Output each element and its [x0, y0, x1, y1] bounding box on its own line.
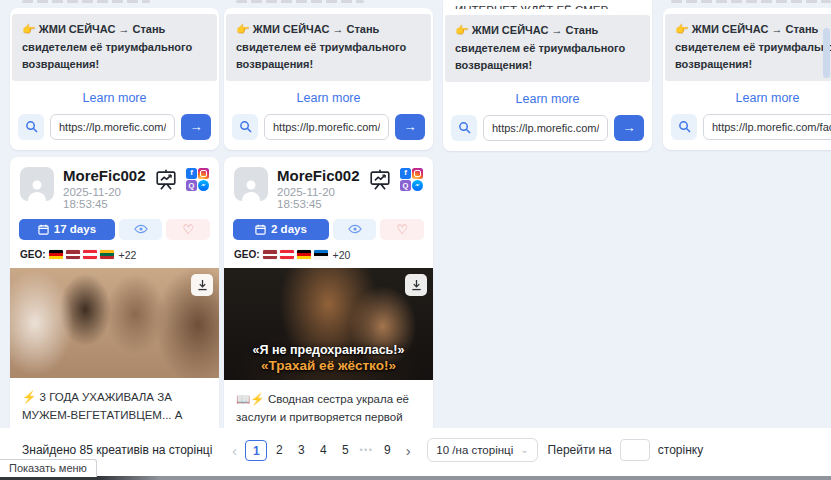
facebook-icon: f: [400, 168, 411, 179]
search-icon-button[interactable]: [451, 115, 477, 141]
scrollbar-thumb[interactable]: [823, 28, 830, 78]
favorite-button[interactable]: ♡: [380, 219, 424, 240]
search-icon-button[interactable]: [671, 114, 697, 140]
prev-page-button[interactable]: ‹: [225, 443, 243, 458]
clipped-card-fragment: [671, 0, 831, 3]
next-page-button[interactable]: ›: [399, 443, 417, 458]
flag-ee-icon: [314, 250, 328, 259]
image-download-button[interactable]: [191, 274, 213, 296]
audience-network-icon: Q: [186, 180, 197, 191]
search-icon: [678, 120, 691, 133]
url-row: →: [443, 115, 652, 151]
eye-icon: [348, 224, 362, 234]
image-caption-line1: «Я не предохранялась!»: [224, 343, 433, 357]
audience-network-icon: Q: [400, 180, 411, 191]
url-input[interactable]: [703, 114, 831, 140]
goto-page-input[interactable]: [620, 439, 650, 461]
cta-text: 👉 ЖМИ СЕЙЧАС → Стань свидетелем её триум…: [226, 14, 431, 81]
search-icon: [239, 120, 252, 133]
column-2: 👉 ЖМИ СЕЙЧАС → Стань свидетелем её триум…: [224, 0, 433, 480]
goto-page-label: Перейти на: [548, 443, 612, 457]
stats-row: 17 days ♡: [10, 210, 219, 240]
column-1: 👉 ЖМИ СЕЙЧАС → Стань свидетелем её триум…: [10, 0, 219, 480]
messenger-icon: [412, 180, 423, 191]
flag-at-icon: [280, 250, 294, 259]
arrow-right-icon: →: [190, 119, 203, 134]
learn-more-link[interactable]: Learn more: [224, 91, 433, 105]
search-icon: [458, 121, 471, 134]
image-download-button[interactable]: [405, 274, 427, 296]
pagination-bar: Знайдено 85 креативів на сторінці ‹ 1 2 …: [0, 428, 831, 472]
url-input[interactable]: [264, 114, 389, 140]
learn-more-link[interactable]: Learn more: [443, 92, 652, 106]
days-label: 2 days: [271, 223, 307, 235]
download-icon: [197, 279, 208, 291]
eye-icon: [134, 224, 148, 234]
learn-more-link[interactable]: Learn more: [10, 91, 219, 105]
profile-timestamp: 2025-11-20 18:53:45: [277, 186, 368, 210]
profile-name: MoreFic002: [63, 167, 154, 184]
page-button-3[interactable]: 3: [291, 440, 311, 461]
person-icon: [26, 177, 48, 201]
clipped-card-fragment: [22, 0, 150, 3]
flag-de-icon: [49, 250, 63, 259]
page-button-4[interactable]: 4: [313, 440, 333, 461]
page-button-5[interactable]: 5: [335, 440, 355, 461]
url-input[interactable]: [50, 114, 175, 140]
views-button[interactable]: [333, 219, 377, 240]
open-link-button[interactable]: →: [614, 115, 644, 141]
learn-more-link[interactable]: Learn more: [663, 91, 831, 105]
page-size-select[interactable]: 10 /на сторінці ⌄: [427, 438, 537, 462]
placement-icons: f Q: [186, 168, 209, 191]
geo-more-count: +22: [119, 249, 137, 261]
views-button[interactable]: [119, 219, 163, 240]
url-row: →: [10, 114, 219, 150]
download-icon: [411, 279, 422, 291]
goto-page-suffix: сторінку: [658, 443, 703, 457]
url-row: [663, 114, 831, 150]
days-label: 17 days: [54, 223, 96, 235]
favorite-button[interactable]: ♡: [166, 219, 210, 240]
days-active-badge[interactable]: 2 days: [233, 219, 329, 240]
cta-text: 👉 ЖМИ СЕЙЧАС → Стань свидетелем её триум…: [445, 15, 650, 82]
cta-text: 👉 ЖМИ СЕЙЧАС → Стань свидетелем её триум…: [12, 14, 217, 81]
url-row: →: [224, 114, 433, 150]
geo-row: GEO: +22: [10, 240, 219, 268]
geo-label: GEO:: [234, 249, 260, 260]
bottom-bar: [0, 476, 831, 480]
placement-icons: f Q: [400, 168, 423, 191]
creative-image[interactable]: «Я не предохранялась!» «Трахай её жёстко…: [224, 268, 433, 380]
avatar: [20, 167, 54, 201]
pagination-ellipsis[interactable]: •••: [359, 445, 373, 455]
column-4: 👉 ЖМИ СЕЙЧАС → Стань свидетелем её триум…: [663, 0, 831, 150]
show-menu-tooltip[interactable]: Показать меню: [0, 459, 97, 477]
flag-de-icon: [297, 250, 311, 259]
cta-text: 👉 ЖМИ СЕЙЧАС → Стань свидетелем её триум…: [665, 14, 831, 81]
presentation-board-icon: [154, 168, 178, 195]
geo-flags: [263, 250, 328, 259]
creative-image[interactable]: [10, 268, 219, 378]
geo-label: GEO:: [20, 249, 46, 260]
stats-row: 2 days ♡: [224, 210, 433, 240]
geo-flags: [49, 250, 114, 259]
profile-row: MoreFic002 2025-11-20 18:53:45 f Q: [10, 157, 219, 210]
instagram-icon: [198, 168, 209, 179]
instagram-icon: [412, 168, 423, 179]
results-count-text: Знайдено 85 креативів на сторінці: [22, 443, 212, 457]
profile-timestamp: 2025-11-20 18:53:45: [63, 186, 154, 210]
page-button-2[interactable]: 2: [269, 440, 289, 461]
clipped-creative-text: ИНТЕРНЕТ ЖДЁТ ЕЁ СМЕР...more: [443, 0, 652, 9]
creative-card-footer-block: 👉 ЖМИ СЕЙЧАС → Стань свидетелем её триум…: [663, 8, 831, 150]
search-icon-button[interactable]: [18, 114, 44, 140]
search-icon-button[interactable]: [232, 114, 258, 140]
creative-card-footer-block: 👉 ЖМИ СЕЙЧАС → Стань свидетелем её триум…: [10, 8, 219, 150]
page-button-1[interactable]: 1: [245, 440, 267, 461]
days-active-badge[interactable]: 17 days: [19, 219, 115, 240]
url-input[interactable]: [483, 115, 608, 141]
page-button-9[interactable]: 9: [377, 440, 397, 461]
open-link-button[interactable]: →: [181, 114, 211, 140]
geo-more-count: +20: [333, 249, 351, 261]
open-link-button[interactable]: →: [395, 114, 425, 140]
flag-lv-icon: [66, 250, 80, 259]
geo-row: GEO: +20: [224, 240, 433, 268]
